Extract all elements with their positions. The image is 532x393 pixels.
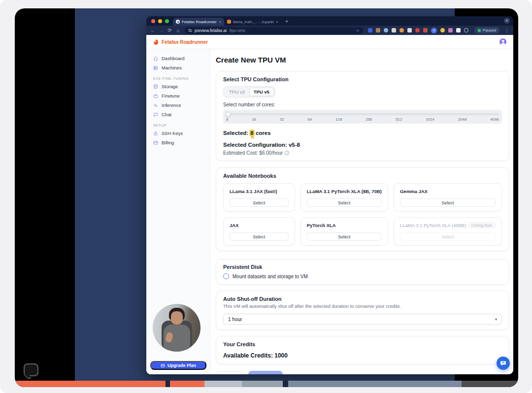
facebook-ext-icon[interactable] [368,28,372,33]
support-chat-button[interactable] [497,357,510,370]
red-blob-ext-icon[interactable] [415,28,420,33]
tick-label: 128 [335,117,342,122]
brand[interactable]: Felafax Roadrunner [146,39,210,45]
sidebar-section-label: E2E FINE-TUNING [146,75,210,82]
browser-menu-icon[interactable]: ⋮ [504,28,509,33]
browser-tab-strip: Felafax Roadrunner × llama_train_... - J… [146,16,513,26]
your-credits-card: Your Credits Available Credits: 1000 [216,336,509,364]
reload-icon[interactable]: ⟳ [167,28,172,33]
notebook-name: JAX [230,223,238,228]
sidebar-section-label: SETUP [146,122,210,129]
sidebar-item-label: Storage [162,84,178,89]
tab-search-chevron-icon[interactable]: ▾ [504,18,510,24]
app-header: Felafax Roadrunner [146,35,513,49]
cancel-button[interactable]: Cancel [216,371,243,374]
duration-select[interactable]: 1 hour ▾ [223,314,502,325]
beige-grid-ext-icon[interactable] [392,28,396,33]
persistent-disk-card: Persistent Disk Mount datasets and stora… [216,259,509,285]
upgrade-plan-button[interactable]: Upgrade Plan [150,361,206,370]
minimize-window-icon[interactable] [158,19,162,23]
paused-dot-icon [478,29,481,32]
orange-circle-ext-icon[interactable] [399,28,404,33]
address-bar[interactable]: preview.felafax.ai/tpu-vms ☆ [185,27,363,34]
jupyter-favicon [227,20,231,24]
progress-segment [462,381,518,387]
forward-icon[interactable]: → [159,28,164,33]
gray-square-ext-icon[interactable] [407,28,412,33]
video-progress-bar[interactable] [15,381,518,387]
blue-circle-ext-icon[interactable] [384,28,388,33]
select-notebook-button[interactable]: Select [307,198,382,207]
window-controls[interactable] [151,19,169,23]
sidebar-item-machines[interactable]: Machines [146,63,210,72]
user-avatar-icon[interactable] [499,38,506,45]
tpu-configuration-card: Select TPU Configuration TPU v3 TPU v5 S… [216,71,509,161]
card-title: Persistent Disk [223,264,502,270]
chevron-down-icon: ▾ [495,317,497,322]
home-icon[interactable]: ⌂ [175,28,181,33]
card-title: Available Notebooks [223,173,502,179]
tab-title: Felafax Roadrunner [182,20,217,24]
auto-shutoff-card: Auto Shut-off Duration This VM will auto… [216,291,509,330]
white-badge-ext-icon[interactable] [456,28,461,33]
brown-box-ext-icon[interactable] [376,28,380,33]
selected-configuration-line: Selected Configuration: v5-8 [223,142,502,148]
blue-plus-ext-icon[interactable] [431,28,437,33]
site-settings-icon[interactable] [188,29,192,33]
close-window-icon[interactable] [151,19,155,23]
maximize-window-icon[interactable] [165,19,169,23]
cores-slider[interactable] [226,113,499,115]
bookmark-star-icon[interactable]: ☆ [356,28,360,33]
app-viewport: Felafax Roadrunner Dashboard [146,35,513,374]
new-tab-button[interactable]: + [285,18,288,24]
notebook-name: LLaMA 3.1 PyTorch XLA (8B, 70B) [307,189,382,194]
close-tab-icon[interactable]: × [219,20,221,24]
notebook-tile-llama-jax: LLama 3.1 JAX (fast!) Select [223,183,295,212]
notebooks-grid: LLama 3.1 JAX (fast!) Select LLaMA 3.1 P… [223,183,502,246]
mount-storage-checkbox[interactable] [223,273,229,279]
select-notebook-button[interactable]: Select [230,232,289,241]
lock-icon [153,131,158,136]
tick-label: 1024 [426,117,434,122]
comment-bubble-icon[interactable] [24,363,38,376]
cores-slider-strip: 8 16 32 64 128 256 512 1024 2048 [223,110,502,124]
info-icon[interactable]: i [285,151,289,155]
close-tab-icon[interactable]: × [276,20,278,24]
select-notebook-button[interactable]: Select [400,198,496,207]
notebook-name: LLaMA 3.1 PyTorch XLA (405B) [400,223,466,228]
toggle-tpu-v5[interactable]: TPU v5 [249,88,274,96]
sidebar-item-billing[interactable]: Billing [146,138,210,147]
card-title: Select TPU Configuration [223,76,502,82]
tick-label: 4096 [490,117,499,122]
select-notebook-button[interactable]: Select [230,198,289,207]
sidebar-item-chat[interactable]: Chat [146,110,210,119]
tab-jupyterlab[interactable]: llama_train_... - JupyterLab × [224,18,281,26]
sidebar-item-dashboard[interactable]: Dashboard [146,54,210,63]
video-page-background: Felafax Roadrunner × llama_train_... - J… [0,0,532,393]
notebook-tile-jax: JAX Select [223,217,295,246]
create-vm-button[interactable]: Create VM [248,371,283,374]
red-square-ext-icon[interactable] [423,28,428,33]
ring-ext-icon[interactable] [464,28,468,33]
pink-ext-icon[interactable] [448,28,453,33]
mount-storage-option[interactable]: Mount datasets and storage to VM [223,273,502,279]
progress-segment [15,381,166,387]
notebook-name: LLama 3.1 JAX (fast!) [230,189,277,194]
back-icon[interactable]: ← [150,28,156,33]
tick-label: 8 [226,117,228,122]
sidebar-item-finetune[interactable]: Finetune [146,91,210,100]
selected-cores-line: Selected: 8 cores [223,130,502,136]
progress-segment [166,381,170,387]
paused-extension-badge[interactable]: Paused [474,27,499,33]
progress-segment [204,381,242,387]
yellow-ext-icon[interactable] [440,28,445,33]
toggle-tpu-v3[interactable]: TPU v3 [225,88,249,96]
felafax-favicon [176,20,180,24]
sidebar-item-ssh-keys[interactable]: SSH Keys [146,129,210,138]
sidebar-item-inference[interactable]: Inference [146,100,210,110]
tab-felafax-roadrunner[interactable]: Felafax Roadrunner × [173,18,224,26]
slider-handle[interactable] [226,112,231,117]
sidebar-item-label: Finetune [162,93,180,98]
select-notebook-button[interactable]: Select [307,232,382,241]
sidebar-item-storage[interactable]: Storage [146,82,210,91]
